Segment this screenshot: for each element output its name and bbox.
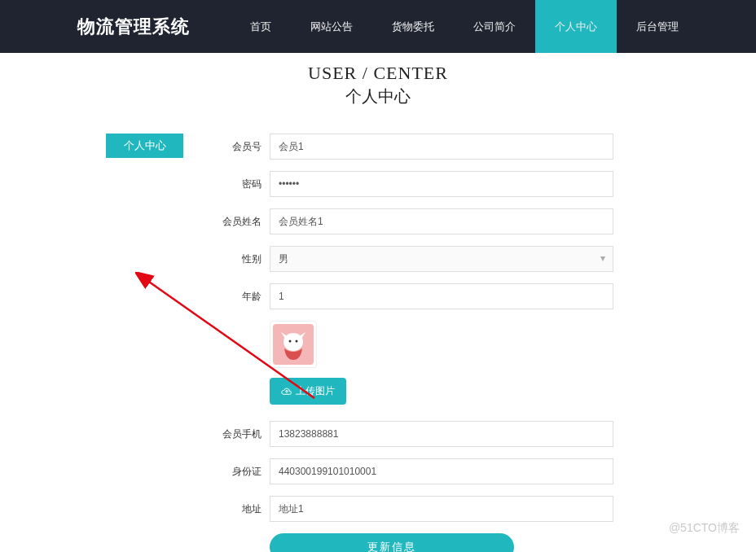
sidebar: 个人中心 [106, 134, 183, 552]
input-password[interactable] [270, 171, 613, 197]
brand-title: 物流管理系统 [77, 15, 190, 39]
top-navbar: 物流管理系统 首页 网站公告 货物委托 公司简介 个人中心 后台管理 [0, 0, 756, 53]
nav-company[interactable]: 公司简介 [454, 0, 535, 53]
label-address: 地址 [222, 502, 262, 516]
nav-items: 首页 网站公告 货物委托 公司简介 个人中心 后台管理 [231, 0, 698, 53]
label-member-name: 会员姓名 [222, 215, 262, 229]
upload-button-label: 上传图片 [296, 384, 335, 398]
input-member-name[interactable] [270, 208, 613, 234]
input-phone[interactable] [270, 421, 613, 447]
avatar [270, 321, 317, 368]
submit-button[interactable]: 更新信息 [270, 533, 514, 552]
input-address[interactable] [270, 496, 613, 522]
input-member-id[interactable] [270, 134, 613, 160]
svg-point-5 [296, 340, 298, 343]
label-age: 年龄 [222, 290, 262, 304]
input-age[interactable] [270, 283, 613, 309]
label-password: 密码 [222, 177, 262, 191]
label-gender: 性别 [222, 252, 262, 266]
label-id-card: 身份证 [222, 465, 262, 479]
nav-cargo[interactable]: 货物委托 [372, 0, 454, 53]
watermark: @51CTO博客 [669, 521, 740, 536]
label-phone: 会员手机 [222, 427, 262, 441]
sidebar-item-user-center[interactable]: 个人中心 [106, 134, 183, 158]
nav-admin[interactable]: 后台管理 [617, 0, 698, 53]
nav-user-center[interactable]: 个人中心 [535, 0, 617, 53]
cloud-upload-icon [281, 388, 292, 396]
label-member-id: 会员号 [222, 140, 262, 154]
nav-home[interactable]: 首页 [231, 0, 291, 53]
upload-image-button[interactable]: 上传图片 [270, 378, 346, 405]
nav-announcements[interactable]: 网站公告 [291, 0, 372, 53]
page-title-zh: 个人中心 [0, 85, 756, 107]
page-title-en: USER / CENTER [0, 63, 756, 84]
svg-point-4 [289, 340, 292, 343]
user-form: 会员号 密码 会员姓名 性别 男 年龄 [222, 134, 756, 552]
select-gender[interactable]: 男 [270, 246, 613, 272]
page-header: USER / CENTER 个人中心 [0, 63, 756, 107]
input-id-card[interactable] [270, 458, 613, 484]
avatar-image-icon [273, 324, 314, 365]
